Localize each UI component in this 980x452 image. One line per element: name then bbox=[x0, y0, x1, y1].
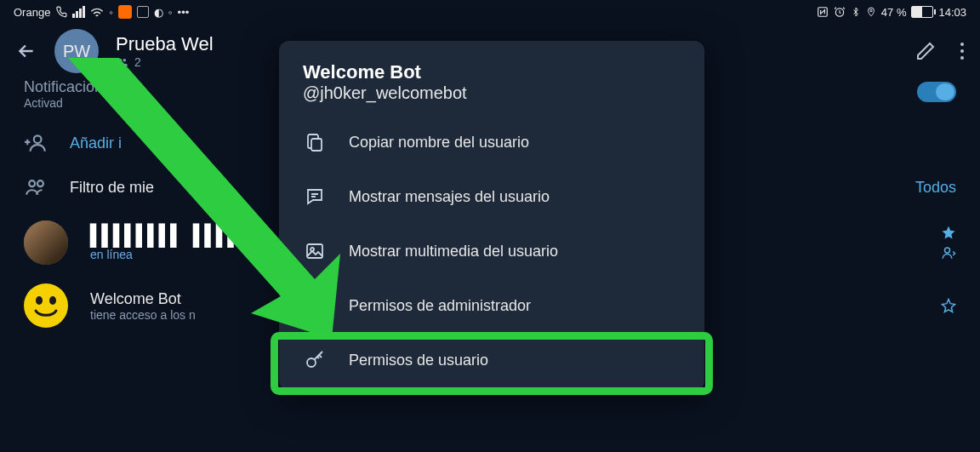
dot-icon-2: ◐ bbox=[154, 6, 163, 19]
tab-icon bbox=[137, 6, 149, 18]
battery-percent: 47 % bbox=[881, 6, 907, 19]
sheet-show-media[interactable]: Mostrar multimedia del usuario bbox=[279, 224, 704, 278]
member-1-avatar bbox=[24, 220, 68, 265]
sheet-title: Welcome Bot bbox=[303, 61, 681, 83]
sheet-handle: @jh0ker_welcomebot bbox=[303, 83, 681, 103]
sheet-show-messages[interactable]: Mostrar mensajes del usuario bbox=[279, 169, 704, 224]
star-outline-icon bbox=[941, 298, 956, 313]
svg-point-2 bbox=[870, 9, 873, 12]
location-icon bbox=[866, 6, 876, 18]
svg-point-12 bbox=[27, 287, 65, 324]
member-count: 2 bbox=[134, 55, 141, 69]
bluetooth-icon bbox=[851, 6, 861, 18]
svg-point-3 bbox=[119, 59, 122, 62]
more-dots: ••• bbox=[178, 6, 190, 19]
svg-point-6 bbox=[960, 49, 964, 53]
member-1-badges bbox=[941, 225, 956, 260]
edit-icon[interactable] bbox=[915, 41, 936, 61]
orange-app-icon bbox=[118, 5, 132, 19]
sheet-item-label: Copiar nombre del usuario bbox=[349, 134, 529, 152]
sheet-admin-permissions[interactable]: Permisos de administrador bbox=[279, 278, 704, 333]
wifi-icon bbox=[90, 7, 104, 17]
member-2-status: tiene acceso a los n bbox=[90, 308, 196, 322]
shield-star-icon bbox=[304, 295, 326, 317]
copy-icon bbox=[305, 132, 325, 152]
svg-point-5 bbox=[960, 43, 964, 46]
phone-icon bbox=[55, 6, 67, 18]
sheet-copy-username[interactable]: Copiar nombre del usuario bbox=[279, 115, 704, 169]
member-2-name: Welcome Bot bbox=[90, 290, 196, 308]
members-icon bbox=[116, 56, 129, 68]
member-1-barcode: ▌▌▌▌▌▌▌▌ ▌▌▌▌ bbox=[90, 224, 239, 248]
key-icon bbox=[305, 350, 325, 370]
sheet-item-label: Permisos de administrador bbox=[349, 297, 531, 315]
filter-members-icon bbox=[25, 176, 47, 198]
svg-rect-16 bbox=[307, 244, 322, 258]
status-right: 47 % 14:03 bbox=[817, 6, 966, 19]
alarm-icon bbox=[834, 6, 846, 18]
filter-value: Todos bbox=[915, 179, 956, 197]
svg-point-14 bbox=[49, 296, 56, 305]
member-1-status: en línea bbox=[90, 248, 265, 261]
dot-icon: ◦ bbox=[109, 6, 113, 19]
add-member-label: Añadir i bbox=[70, 134, 122, 152]
image-icon bbox=[305, 241, 325, 261]
member-2-avatar bbox=[24, 283, 68, 328]
sheet-header: Welcome Bot @jh0ker_welcomebot bbox=[279, 61, 704, 115]
svg-point-13 bbox=[36, 296, 43, 305]
sheet-user-permissions[interactable]: Permisos de usuario bbox=[279, 333, 704, 387]
user-action-sheet: Welcome Bot @jh0ker_welcomebot Copiar no… bbox=[279, 41, 704, 391]
svg-point-4 bbox=[123, 59, 127, 62]
owner-icon bbox=[941, 245, 956, 260]
avatar-initials: PW bbox=[63, 42, 90, 61]
nfc-icon bbox=[817, 6, 829, 18]
notifications-toggle[interactable] bbox=[917, 82, 956, 102]
signal-icon bbox=[72, 6, 85, 18]
dot-icon-3: ◦ bbox=[168, 6, 173, 19]
sheet-item-label: Permisos de usuario bbox=[349, 352, 488, 369]
svg-point-8 bbox=[34, 135, 42, 143]
message-icon bbox=[305, 186, 325, 207]
svg-point-11 bbox=[945, 248, 950, 253]
svg-point-10 bbox=[37, 180, 43, 186]
sheet-item-label: Mostrar mensajes del usuario bbox=[349, 188, 550, 206]
member-2-badges bbox=[941, 298, 956, 313]
back-arrow-icon[interactable] bbox=[15, 40, 37, 62]
member-1-name: Fra bbox=[242, 227, 265, 245]
more-vert-icon[interactable] bbox=[960, 41, 965, 61]
filter-label: Filtro de mie bbox=[70, 179, 154, 197]
carrier-label: Orange bbox=[14, 6, 50, 19]
battery-icon bbox=[911, 6, 933, 18]
add-member-icon bbox=[25, 132, 47, 154]
svg-rect-15 bbox=[311, 139, 322, 151]
group-avatar[interactable]: PW bbox=[54, 29, 99, 73]
star-icon bbox=[941, 225, 956, 240]
sheet-item-label: Mostrar multimedia del usuario bbox=[349, 243, 558, 260]
status-left: Orange ◦ ◐ ◦ ••• bbox=[14, 5, 189, 19]
svg-point-7 bbox=[960, 56, 964, 60]
header-actions bbox=[915, 41, 965, 61]
svg-point-9 bbox=[29, 180, 35, 186]
clock-time: 14:03 bbox=[938, 6, 966, 19]
status-bar: Orange ◦ ◐ ◦ ••• 47 % 14:03 bbox=[0, 0, 980, 24]
